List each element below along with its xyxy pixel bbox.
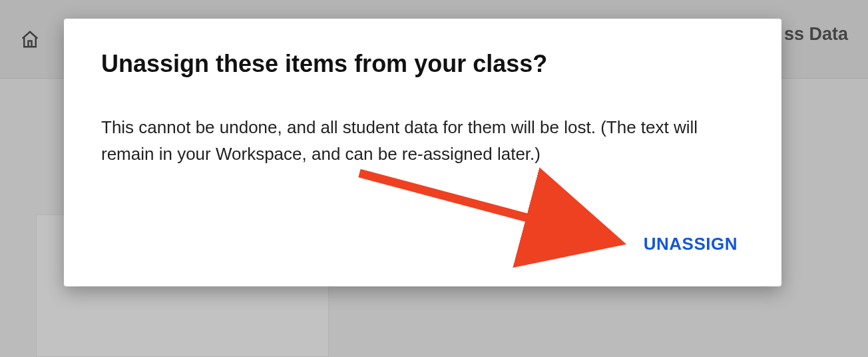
- unassign-button[interactable]: UNASSIGN: [641, 228, 740, 260]
- cancel-button[interactable]: CANCEL: [523, 228, 602, 260]
- dialog-body: This cannot be undone, and all student d…: [101, 114, 727, 168]
- dialog-title: Unassign these items from your class?: [101, 49, 744, 78]
- unassign-dialog: Unassign these items from your class? Th…: [64, 19, 781, 286]
- dialog-actions: CANCEL UNASSIGN: [101, 228, 744, 260]
